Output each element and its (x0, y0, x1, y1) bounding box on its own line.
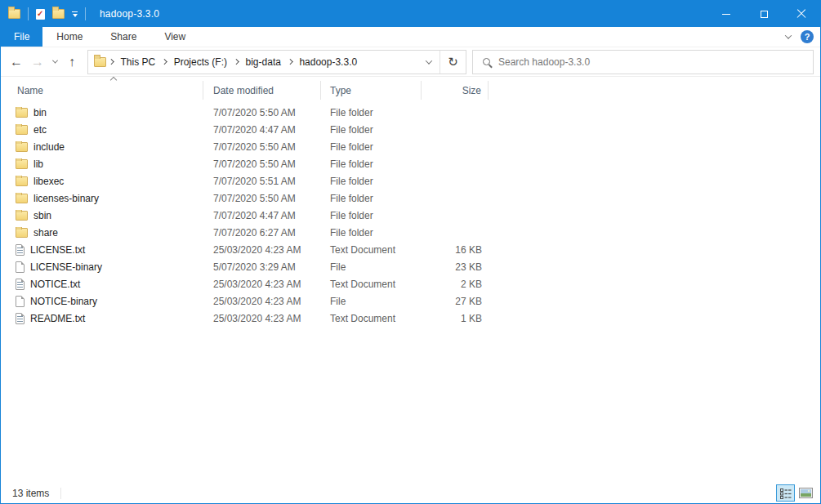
navigation-buttons: ← → ↑ (1, 51, 87, 74)
search-input[interactable] (498, 56, 813, 68)
address-bar[interactable]: This PC Projects (F:) big-data hadoop-3.… (87, 50, 466, 74)
status-bar: 13 items (1, 483, 820, 503)
status-separator (60, 488, 61, 499)
help-icon[interactable]: ? (801, 30, 814, 43)
column-header-size[interactable]: Size (422, 81, 489, 100)
file-date-modified: 25/03/2020 4:23 AM (203, 279, 321, 290)
address-dropdown-chevron-icon[interactable] (418, 51, 440, 74)
file-type: File (321, 261, 422, 273)
file-name[interactable]: bin (33, 107, 47, 118)
breadcrumb: This PC Projects (F:) big-data hadoop-3.… (88, 51, 418, 74)
minimize-button[interactable] (707, 1, 745, 27)
title-bar: hadoop-3.3.0 (1, 1, 820, 27)
file-name[interactable]: libexec (33, 176, 64, 187)
column-header-name[interactable]: Name (1, 81, 203, 100)
file-size: 16 KB (422, 244, 489, 256)
breadcrumb-chevron-icon[interactable] (162, 59, 167, 64)
file-row[interactable]: etc 7/07/2020 4:47 AM File folder (1, 121, 820, 138)
file-list-rows: bin 7/07/2020 5:50 AM File folder etc 7/… (1, 104, 820, 327)
explorer-window: hadoop-3.3.0 File Home Share View ? ← → … (0, 0, 821, 504)
breadcrumb-chevron-icon[interactable] (288, 59, 292, 64)
search-box[interactable] (472, 50, 814, 74)
tab-view[interactable]: View (150, 27, 199, 47)
breadcrumb-chevron-icon[interactable] (109, 59, 114, 64)
file-row[interactable]: include 7/07/2020 5:50 AM File folder (1, 138, 820, 155)
column-header-type[interactable]: Type (321, 81, 422, 100)
file-type: File (321, 296, 422, 307)
up-button[interactable]: ↑ (61, 51, 83, 74)
close-icon (796, 9, 806, 19)
breadcrumb-this-pc[interactable]: This PC (117, 56, 160, 68)
text-file-icon (16, 244, 25, 256)
text-file-icon (16, 279, 25, 290)
file-row[interactable]: LICENSE.txt 25/03/2020 4:23 AM Text Docu… (1, 241, 820, 258)
file-row[interactable]: NOTICE.txt 25/03/2020 4:23 AM Text Docum… (1, 275, 820, 292)
file-name[interactable]: licenses-binary (33, 193, 99, 204)
file-row[interactable]: licenses-binary 7/07/2020 5:50 AM File f… (1, 190, 820, 207)
file-row[interactable]: bin 7/07/2020 5:50 AM File folder (1, 104, 820, 121)
file-size: 27 KB (422, 296, 489, 307)
file-row[interactable]: libexec 7/07/2020 5:51 AM File folder (1, 172, 820, 190)
tab-share[interactable]: Share (96, 27, 150, 47)
file-date-modified: 7/07/2020 5:50 AM (203, 193, 321, 204)
refresh-button[interactable]: ↻ (440, 51, 466, 74)
breadcrumb-chevron-icon[interactable] (234, 59, 239, 64)
view-toggles (776, 484, 820, 502)
file-name[interactable]: NOTICE.txt (30, 279, 80, 290)
file-row[interactable]: sbin 7/07/2020 4:47 AM File folder (1, 207, 820, 224)
breadcrumb-projects-f[interactable]: Projects (F:) (170, 56, 231, 68)
breadcrumb-hadoop-3-3-0[interactable]: hadoop-3.3.0 (295, 56, 361, 68)
close-button[interactable] (783, 1, 820, 27)
file-type: File folder (321, 193, 422, 204)
breadcrumb-big-data[interactable]: big-data (242, 56, 285, 68)
window-controls (707, 1, 820, 27)
file-name[interactable]: lib (33, 158, 43, 170)
folder-icon (16, 176, 28, 186)
file-name[interactable]: LICENSE.txt (30, 244, 85, 256)
ribbon-right-controls: ? (786, 27, 820, 47)
large-icons-view-button[interactable] (796, 484, 815, 502)
folder-icon (16, 194, 28, 203)
file-name[interactable]: etc (33, 124, 47, 136)
file-name[interactable]: sbin (33, 210, 51, 221)
file-date-modified: 7/07/2020 5:51 AM (203, 176, 321, 187)
file-name[interactable]: share (33, 227, 58, 239)
search-icon (483, 58, 490, 65)
details-view-icon (779, 488, 792, 499)
file-row[interactable]: LICENSE-binary 5/07/2020 3:29 AM File 23… (1, 258, 820, 275)
column-header-date-modified[interactable]: Date modified (203, 81, 321, 100)
maximize-icon (761, 11, 768, 18)
ribbon-tab-bar: File Home Share View ? (1, 27, 820, 47)
tab-file[interactable]: File (1, 27, 42, 47)
window-title: hadoop-3.3.0 (100, 8, 159, 20)
file-row[interactable]: lib 7/07/2020 5:50 AM File folder (1, 155, 820, 172)
file-icon (16, 261, 25, 273)
file-row[interactable]: share 7/07/2020 6:27 AM File folder (1, 224, 820, 241)
recent-locations-chevron-icon[interactable] (48, 51, 61, 74)
file-name[interactable]: README.txt (30, 313, 85, 324)
details-view-button[interactable] (776, 484, 795, 502)
maximize-button[interactable] (745, 1, 783, 27)
file-list-pane: Name Date modified Type Size bin 7/07/20… (1, 77, 820, 483)
file-type: File folder (321, 124, 422, 136)
file-name[interactable]: NOTICE-binary (30, 296, 97, 307)
address-folder-icon (94, 57, 106, 67)
file-name[interactable]: LICENSE-binary (30, 261, 102, 273)
folder-icon (16, 125, 28, 135)
file-row[interactable]: README.txt 25/03/2020 4:23 AM Text Docum… (1, 310, 820, 327)
file-type: Text Document (321, 279, 422, 290)
properties-check-icon[interactable] (36, 9, 45, 20)
toolbar-separator (85, 7, 86, 20)
expand-ribbon-chevron-icon[interactable] (785, 32, 792, 38)
customize-toolbar-caret-icon[interactable] (72, 11, 78, 17)
file-type: File folder (321, 141, 422, 153)
back-button[interactable]: ← (6, 51, 27, 74)
file-date-modified: 25/03/2020 4:23 AM (203, 296, 321, 307)
file-row[interactable]: NOTICE-binary 25/03/2020 4:23 AM File 27… (1, 292, 820, 310)
file-type: Text Document (321, 313, 422, 324)
new-folder-icon[interactable] (52, 9, 65, 19)
tab-home[interactable]: Home (42, 27, 96, 47)
file-type: Text Document (321, 244, 422, 256)
file-name[interactable]: include (33, 141, 65, 153)
toolbar-separator (28, 7, 29, 20)
